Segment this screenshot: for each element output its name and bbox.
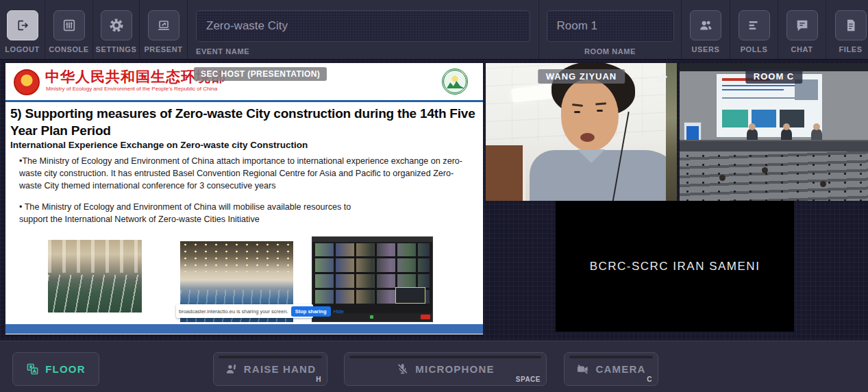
event-name-input[interactable]: Zero-waste City: [196, 10, 530, 42]
chat-icon: [795, 18, 810, 33]
audience-desk-rows: [680, 151, 868, 201]
users-label: USERS: [692, 45, 720, 53]
photo-active-speaker-outline: [395, 287, 425, 304]
participant-name-badge: ROOM C: [745, 69, 802, 84]
attendee-head: [762, 167, 768, 173]
settings-button[interactable]: [101, 10, 132, 40]
microphone-muted-icon: [396, 363, 409, 376]
files-section: FILES: [826, 0, 868, 59]
header-divider: [5, 100, 483, 102]
room-name-section: Room 1 ROOM NAME: [539, 0, 682, 59]
polls-label: POLLS: [741, 45, 768, 53]
microphone-label: MICROPHONE: [415, 363, 494, 375]
microphone-button[interactable]: MICROPHONE SPACE: [344, 352, 547, 386]
floor-label: FLOOR: [45, 363, 86, 375]
photo-menubar: [312, 237, 432, 242]
china-national-emblem: ★: [14, 69, 40, 95]
polls-icon: [747, 18, 762, 33]
event-name-value: Zero-waste City: [206, 19, 288, 33]
camera-shortcut: C: [647, 376, 652, 383]
screen-share-notification: broadcaster.interactio.eu is sharing you…: [176, 304, 313, 318]
room-name-label: ROOM NAME: [584, 47, 636, 56]
room-name-value: Room 1: [557, 19, 598, 33]
present-label: PRESENT: [144, 45, 182, 53]
raise-hand-shortcut: H: [316, 376, 321, 383]
camera-label: CAMERA: [595, 363, 645, 375]
chat-label: CHAT: [791, 45, 813, 53]
pin-icon[interactable]: [655, 72, 669, 86]
camera-muted-icon: [576, 363, 589, 376]
console-label: CONSOLE: [49, 45, 89, 53]
head-table: [680, 140, 868, 151]
logout-button[interactable]: [7, 10, 38, 40]
share-message: broadcaster.interactio.eu is sharing you…: [179, 308, 288, 315]
participant-name-badge: WANG ZIYUAN: [538, 69, 625, 84]
raise-hand-label: RAISE HAND: [244, 363, 316, 375]
door: [486, 143, 525, 201]
polls-button[interactable]: [739, 10, 770, 40]
files-label: FILES: [839, 45, 862, 53]
present-icon: [156, 18, 171, 33]
logout-icon: [15, 18, 30, 33]
stage: ★ 中华人民共和国生态环境部 Ministry of Ecology and E…: [0, 60, 868, 341]
slide-footer-bar: [5, 324, 483, 334]
slide-title: 5) Supporting measures of Zero-waste Cit…: [10, 105, 479, 139]
interpretation-app: LOGOUT CONSOLE SETTINGS: [0, 0, 868, 392]
translation-icon: [26, 363, 39, 376]
console-section: CONSOLE: [45, 0, 93, 59]
files-icon: [843, 18, 858, 33]
slide-bullets: •The Ministry of Ecology and Environment…: [19, 156, 464, 234]
logout-label: LOGOUT: [5, 45, 40, 53]
chat-section: CHAT: [778, 0, 826, 59]
hide-notification-button[interactable]: Hide: [334, 308, 344, 315]
video-tile-wang-ziyuan[interactable]: WANG ZIYUAN: [486, 63, 677, 201]
microphone-shortcut: SPACE: [516, 376, 541, 383]
event-name-label: EVENT NAME: [196, 47, 530, 56]
event-name-section: Zero-waste City EVENT NAME: [188, 0, 539, 59]
photo-conference-hall-green: [48, 240, 142, 313]
floor-language-button[interactable]: FLOOR: [12, 352, 99, 386]
logout-section: LOGOUT: [0, 0, 45, 59]
participant-name-text: BCRC-SCRC IRAN SAMENI: [590, 260, 760, 273]
users-icon: [698, 18, 713, 33]
users-button[interactable]: [690, 10, 721, 40]
present-section: PRESENT: [140, 0, 188, 59]
top-toolbar: LOGOUT CONSOLE SETTINGS: [0, 0, 868, 60]
settings-section: SETTINGS: [93, 0, 140, 59]
control-bar: FLOOR RAISE HAND H MICROPHONE SPACE: [0, 341, 868, 392]
video-tile-room-c[interactable]: ROOM C: [680, 63, 868, 201]
present-button[interactable]: [148, 10, 179, 40]
raise-hand-button[interactable]: RAISE HAND H: [213, 352, 327, 386]
settings-label: SETTINGS: [96, 45, 137, 53]
video-tile-bcrc-scrc-iran-sameni[interactable]: BCRC-SCRC IRAN SAMENI: [556, 201, 794, 332]
bullet-2: • The Ministry of Ecology and Environmen…: [19, 201, 464, 226]
console-icon: [62, 18, 77, 33]
files-button[interactable]: [835, 10, 867, 40]
settings-icon: [109, 18, 124, 33]
source-badge: SEC HOST (PRESENTATION): [194, 67, 327, 81]
speaker-shirt: [530, 150, 677, 201]
room-name-input[interactable]: Room 1: [547, 10, 674, 42]
attendee-head: [719, 175, 726, 181]
stop-sharing-button[interactable]: Stop sharing: [291, 306, 331, 317]
attendee-head: [820, 181, 826, 187]
console-button[interactable]: [53, 10, 85, 40]
users-section: USERS: [682, 0, 730, 59]
slide-subtitle: International Experience Exchange on Zer…: [10, 140, 308, 150]
raise-hand-icon: [225, 363, 238, 376]
ministry-title-en: Ministry of Ecology and Environment of t…: [46, 86, 217, 92]
mee-logo: [442, 69, 468, 95]
polls-section: POLLS: [730, 0, 778, 59]
presentation-viewport[interactable]: ★ 中华人民共和国生态环境部 Ministry of Ecology and E…: [5, 63, 483, 334]
camera-button[interactable]: CAMERA C: [564, 352, 658, 386]
chat-button[interactable]: [786, 10, 818, 40]
speaker-mouth: [580, 133, 595, 142]
bullet-1: •The Ministry of Ecology and Environment…: [19, 156, 464, 193]
